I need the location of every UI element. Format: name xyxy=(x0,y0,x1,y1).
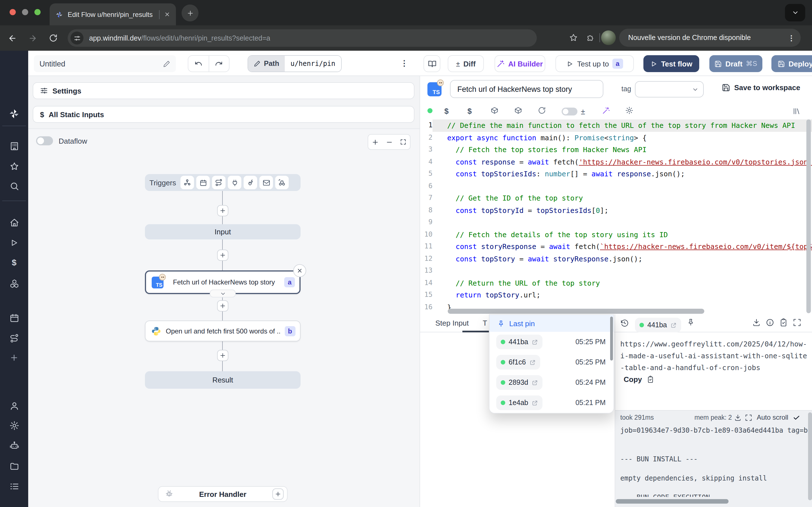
pin-id-badge[interactable]: 1e4ab xyxy=(496,395,543,410)
download-result-button[interactable] xyxy=(752,318,761,327)
draft-button[interactable]: Draft ⌘S xyxy=(709,55,762,72)
log-horizontal-scrollbar[interactable] xyxy=(616,499,728,504)
sidebar-item-folders[interactable] xyxy=(9,461,19,471)
input-node[interactable]: Input xyxy=(145,224,301,239)
deploy-button[interactable]: Deploy xyxy=(771,55,812,72)
tab-search-button[interactable] xyxy=(785,4,805,21)
reload-button[interactable] xyxy=(45,30,61,46)
zoom-in-button[interactable] xyxy=(368,135,382,149)
back-button[interactable] xyxy=(4,30,20,46)
ai-builder-button[interactable]: AI Builder xyxy=(495,55,545,72)
window-close-button[interactable] xyxy=(10,9,16,15)
resources-button[interactable]: $ xyxy=(467,107,472,115)
add-step-button[interactable] xyxy=(217,350,229,361)
pin-item[interactable]: 441ba05:25 PM xyxy=(490,332,613,352)
code-line[interactable]: 11 const storyResponse = await fetch(`ht… xyxy=(420,240,812,252)
flow-name-field[interactable]: Untitled xyxy=(34,55,176,72)
code-line[interactable]: 10 // Fetch the details of the top story… xyxy=(420,228,812,240)
test-flow-button[interactable]: Test flow xyxy=(644,55,699,72)
pin-item[interactable]: 1e4ab05:21 PM xyxy=(490,393,613,413)
add-step-button[interactable] xyxy=(217,205,229,216)
package-button[interactable] xyxy=(514,107,522,114)
code-line[interactable]: 14 // Return the URL of the top story xyxy=(420,277,812,289)
code-line[interactable]: 4 const response = await fetch('https://… xyxy=(420,156,812,168)
remove-step-button[interactable] xyxy=(293,264,306,277)
tab-step-input[interactable]: Step Input xyxy=(435,319,469,327)
sidebar-item-users[interactable] xyxy=(9,400,19,411)
error-handler-node[interactable]: Error Handler xyxy=(158,486,288,502)
code-line[interactable]: 13 xyxy=(420,265,812,277)
poll-trigger-button[interactable] xyxy=(275,176,289,189)
log-vertical-scrollbar[interactable] xyxy=(808,412,812,500)
path-selector[interactable]: Path u/henri/pin xyxy=(248,55,342,72)
reload-script-button[interactable] xyxy=(538,107,546,114)
last-pin-option[interactable]: Last pin xyxy=(490,315,613,332)
sidebar-item-routes[interactable] xyxy=(9,333,19,343)
code-line[interactable]: 7 // Get the ID of the top story xyxy=(420,192,812,204)
schedule-trigger-button[interactable] xyxy=(196,176,210,189)
history-button[interactable] xyxy=(620,319,629,327)
undo-button[interactable] xyxy=(188,56,209,71)
pin-button[interactable] xyxy=(687,318,695,326)
code-line[interactable]: 2export async function main(): Promise<s… xyxy=(420,131,812,144)
dropdown-scrollbar[interactable] xyxy=(610,317,613,360)
external-link-icon[interactable] xyxy=(532,400,538,406)
pin-item[interactable]: 6f1c605:25 PM xyxy=(490,352,613,372)
sidebar-item-settings[interactable] xyxy=(9,420,19,431)
collapse-step-button[interactable] xyxy=(210,290,236,297)
variables-button[interactable]: $ xyxy=(444,107,449,115)
sidebar-item-resources[interactable] xyxy=(9,278,19,288)
dataflow-toggle[interactable] xyxy=(36,136,53,145)
external-link-icon[interactable] xyxy=(529,359,536,365)
sidebar-item-variables[interactable]: $ xyxy=(9,258,19,267)
save-to-workspace-button[interactable]: Save to workspace xyxy=(722,83,800,92)
site-settings-icon[interactable] xyxy=(70,32,84,45)
flow-step-b-node[interactable]: Open url and fetch first 500 words of ..… xyxy=(145,321,301,341)
http-route-trigger-button[interactable] xyxy=(212,176,225,189)
code-line[interactable]: 6 xyxy=(420,180,812,192)
sidebar-item-favorites[interactable] xyxy=(9,161,19,171)
editor-toggle[interactable] xyxy=(562,108,577,115)
chrome-update-button[interactable]: Nouvelle version de Chrome disponible ⋮ xyxy=(619,29,801,47)
pin-id-badge[interactable]: 6f1c6 xyxy=(496,355,540,370)
step-title-input[interactable]: Fetch url of HackerNews top story xyxy=(450,80,603,98)
copy-button[interactable]: Copy xyxy=(624,375,654,384)
browser-menu-icon[interactable]: ⋮ xyxy=(788,34,795,42)
pin-item[interactable]: 2893d05:24 PM xyxy=(490,372,613,393)
tag-select[interactable] xyxy=(635,81,704,98)
code-editor[interactable]: 1// Define the main function to fetch th… xyxy=(420,119,812,314)
all-static-inputs-button[interactable]: $ All Static Inputs xyxy=(33,106,414,123)
code-line[interactable]: 9 xyxy=(420,216,812,228)
copy-result-button[interactable] xyxy=(779,318,788,327)
result-url-value[interactable]: https://www.geoffreylitt.com/2025/04/12/… xyxy=(620,338,809,374)
path-label-segment[interactable]: Path xyxy=(248,56,285,71)
expand-result-button[interactable] xyxy=(793,318,801,327)
pin-id-badge[interactable]: 2893d xyxy=(496,375,543,390)
bookmark-star-button[interactable] xyxy=(566,31,581,45)
code-horizontal-scrollbar[interactable] xyxy=(448,309,704,314)
result-node[interactable]: Result xyxy=(145,371,301,389)
add-step-button[interactable] xyxy=(217,249,229,261)
edit-name-pencil-icon[interactable] xyxy=(163,60,170,67)
sidebar-item-workspace[interactable] xyxy=(9,141,19,151)
diff-toggle-button[interactable]: ± xyxy=(581,107,585,116)
job-id-badge[interactable]: 441ba xyxy=(635,318,681,332)
browser-tab[interactable]: Edit Flow u/henri/pin_results xyxy=(50,3,176,25)
triggers-node[interactable]: Triggers xyxy=(145,174,301,191)
add-error-handler-button[interactable] xyxy=(272,489,284,500)
sidebar-item-workers[interactable] xyxy=(9,441,19,451)
pin-id-badge[interactable]: 441ba xyxy=(496,335,543,349)
websocket-trigger-button[interactable] xyxy=(228,176,241,189)
code-line[interactable]: 1// Define the main function to fetch th… xyxy=(420,119,812,131)
window-minimize-button[interactable] xyxy=(22,9,28,15)
address-bar[interactable]: app.windmill.dev/flows/edit/u/henri/pin_… xyxy=(68,29,537,47)
external-link-icon[interactable] xyxy=(532,379,538,386)
sidebar-item-search[interactable] xyxy=(9,181,19,191)
code-line[interactable]: 5 const topStoriesIds: number[] = await … xyxy=(420,168,812,180)
sidebar-item-logs[interactable] xyxy=(9,481,19,491)
sidebar-item-runs[interactable] xyxy=(9,238,19,248)
extensions-button[interactable] xyxy=(583,31,598,45)
code-line[interactable]: 3 // Fetch the top stories from Hacker N… xyxy=(420,144,812,156)
package-button[interactable] xyxy=(491,107,499,114)
download-logs-button[interactable] xyxy=(734,414,742,421)
